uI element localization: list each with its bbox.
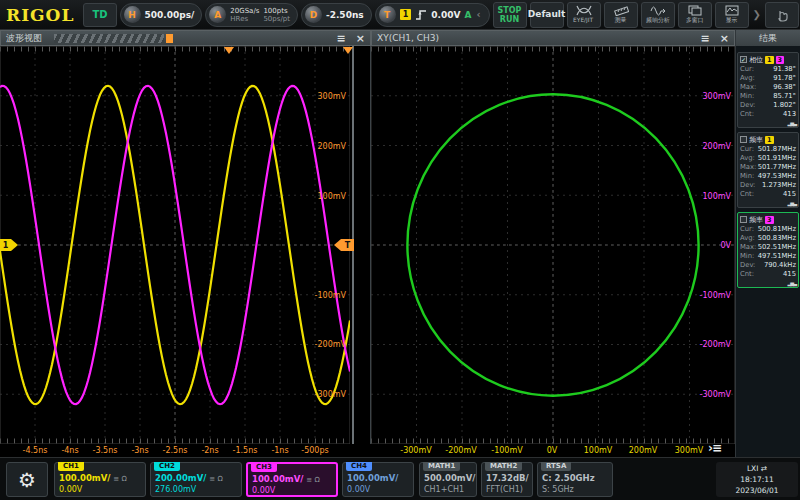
measurement-name: 频率 [749,215,763,225]
stat-label: Min: [740,172,754,181]
delay-position-marker[interactable] [343,47,353,54]
channel-block-ch3[interactable]: CH3 100.00mV/≡ Ω 0.00V [246,462,338,497]
trigger-position-marker[interactable] [224,47,234,54]
default-button[interactable]: Default [530,2,564,28]
stat-value: 1.802° [773,101,796,110]
histogram-icon[interactable]: ▂▅▃ [787,280,796,286]
xy-menu-button[interactable]: ≡ [701,33,710,44]
xy-xlabel: -100mV [487,446,527,455]
stat-value: 415 [783,190,796,199]
xy-corner-menu-icon[interactable]: ›≡ [708,441,721,455]
bode-icon [650,4,666,16]
eye-diagram-icon [576,4,592,16]
stat-label: Dev: [740,101,755,110]
wf-xlabel: -3.5ns [87,446,123,455]
ch2-tab: CH2 [154,462,180,471]
stat-value: 413 [783,110,796,119]
stat-label: Max: [740,243,756,252]
coupling-icon: ≡ [306,476,312,484]
drag-handle-marker [166,34,173,43]
clock-block[interactable]: LXI ⇄ 18:17:11 2023/06/01 [716,462,798,497]
channel-block-ch4[interactable]: CH4 100.00mV/ 0.00V [342,462,414,497]
math1-tab: MATH1 [423,462,460,471]
timebase-mode-button[interactable]: TD [83,3,116,27]
wf-xlabel: -1.5ns [227,446,263,455]
stat-value: 790.4kHz [764,261,796,270]
xy-xlabel: 300mV [669,446,709,455]
xy-view-title: XY(CH1, CH3) [377,33,439,43]
math2-block[interactable]: MATH2 17.32dB/ FFT(CH1) [481,462,533,497]
histogram-icon[interactable]: ▂▅▃ [787,200,796,206]
measure-button[interactable]: 测量 [604,2,638,28]
xy-ylabel: -300mV [691,390,731,399]
results-panel-title: 结果 [736,30,800,46]
multi-window-button[interactable]: 多窗口 [678,2,712,28]
channel-block-ch2[interactable]: CH2 200.00mV/≡ Ω 276.00mV [150,462,242,497]
xy-ylabel: -200mV [691,340,731,349]
gear-icon: ⚙ [18,468,36,492]
rtsa-span: S: 5GHz [542,485,574,494]
settings-gear-button[interactable]: ⚙ [6,462,48,497]
stat-label: Min: [740,92,754,101]
checkbox-icon[interactable] [740,216,747,223]
multi-window-label: 多窗口 [686,16,704,24]
waveform-close-button[interactable]: × [356,33,365,44]
checkbox-icon[interactable]: ✓ [740,56,747,63]
display-button[interactable]: 显示 [715,2,749,28]
trigger-source-badge: 1 [400,9,412,20]
source-badge: 3 [765,216,774,224]
channel-block-ch1[interactable]: CH1 100.00mV/≡ Ω 0.00V [54,462,146,497]
xy-ylabel: 0V [691,241,731,250]
acquire-control[interactable]: A 20GSa/s HRes 100pts 50ps/pt [205,3,298,27]
wf-xlabel: -3ns [122,446,158,455]
wf-ylabel: -100mV [306,291,346,300]
trigger-control[interactable]: T 1 0.00V A ‹ [375,3,490,27]
horizontal-delay-control[interactable]: D -2.50ns [301,3,372,27]
ch3-offset-value: 0.00V [252,486,275,495]
gesture-button[interactable] [765,2,799,28]
xy-view-titlebar[interactable]: XY(CH1, CH3) ≡ × [371,30,735,46]
stat-value: 497.53MHz [758,172,796,181]
xy-ylabel: 100mV [691,192,731,201]
xy-plot-area[interactable] [371,46,735,444]
bode-button[interactable]: 频响分析 [641,2,675,28]
horizontal-knob-icon: H [124,6,141,23]
more-tools-chevron[interactable]: ❯ [752,9,762,20]
xy-xlabel: -300mV [396,446,436,455]
ch1-scale-value: 100.00mV/ [59,473,110,483]
stat-value: 501.87MHz [758,145,796,154]
measurement-card-freq-ch3[interactable]: 频率 3 Cur:500.81MHz Avg:500.83MHz Max:502… [737,212,799,288]
window-drag-handle[interactable] [54,34,164,43]
histogram-icon[interactable]: ▂▅▃ [787,120,796,126]
ch2-scale-value: 200.00mV/ [155,473,206,483]
rtsa-tab: RTSA [541,462,571,471]
trigger-level-value: 0.00V [431,10,460,20]
xy-close-button[interactable]: × [720,33,729,44]
ch1-ground-marker[interactable]: 1 [0,239,18,251]
ch2-offset-value: 276.00mV [155,485,196,494]
measurement-card-freq-ch1[interactable]: 频率 1 Cur:501.87MHz Avg:501.91MHz Max:501… [737,132,799,208]
point-resolution-value: 50ps/pt [263,15,290,23]
rtsa-block[interactable]: RTSA C: 2.50GHz S: 5GHz [537,462,613,497]
ch1-tab: CH1 [58,462,84,471]
xy-xlabel: -200mV [441,446,481,455]
waveform-menu-button[interactable]: ≡ [337,33,346,44]
ch3-scale-value: 100.00mV/ [252,474,303,484]
waveform-plot-area[interactable] [0,46,371,444]
stat-label: Avg: [740,234,755,243]
measurement-card-phase[interactable]: ✓ 相位 1 3 Cur:91.38° Avg:91.78° Max:96.38… [737,52,799,128]
math1-block[interactable]: MATH1 500.00mV/ CH1+CH1 [419,462,477,497]
wf-xlabel: -1ns [262,446,298,455]
stat-label: Max: [740,163,756,172]
xy-ylabel: -100mV [691,291,731,300]
horizontal-scale-control[interactable]: H 500.00ps/ [120,3,203,27]
trigger-collapse-chevron[interactable]: ‹ [475,9,481,20]
eye-jit-button[interactable]: EYE/JIT [567,2,601,28]
stat-value: 502.51MHz [758,243,796,252]
horizontal-scale-value: 500.00ps/ [145,10,195,20]
ch1-marker-label: 1 [0,239,11,251]
trigger-level-marker[interactable]: T [334,239,354,251]
waveform-view-titlebar[interactable]: 波形视图 ≡ × [0,30,371,46]
run-stop-button[interactable]: STOP RUN [493,2,527,28]
checkbox-icon[interactable] [740,136,747,143]
